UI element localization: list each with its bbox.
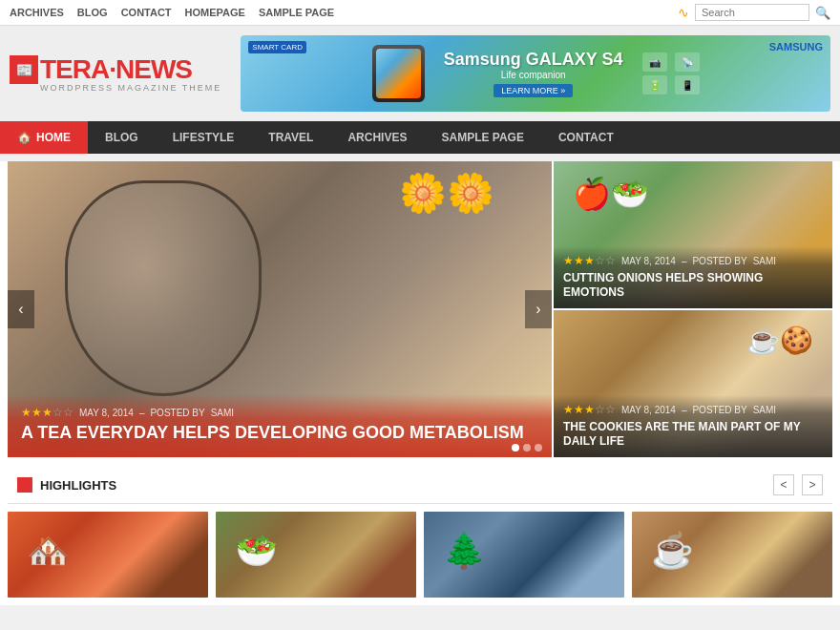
side-1-posted: POSTED BY [692, 256, 746, 266]
side-slide-1-date: MAY 8, 2014 [621, 256, 676, 266]
topnav-sample[interactable]: SAMPLE PAGE [259, 7, 334, 18]
feature-icon-4: 📱 [675, 75, 700, 94]
top-navigation: ARCHIVES BLOG CONTACT HOMEPAGE SAMPLE PA… [10, 7, 334, 18]
main-slide-stars: ★★★☆☆ [21, 406, 74, 419]
logo-brand-news: NEWS [116, 54, 192, 84]
main-slide-date: MAY 8, 2014 [79, 408, 134, 418]
side-slide-2-date: MAY 8, 2014 [621, 405, 676, 415]
dot-2[interactable] [523, 444, 531, 452]
side-2-dash: – [682, 405, 687, 415]
main-slide-author: SAMI [211, 408, 234, 418]
logo-area[interactable]: 📰 TERA·NEWS WORDPRESS MAGAZINE THEME [10, 54, 221, 93]
banner-content: Samsung GALAXY S4 Life companion LEARN M… [372, 45, 700, 102]
smart-card-label: SMART CARD [248, 41, 306, 53]
feature-row-2: 🔋 📱 [642, 75, 700, 94]
main-slide-meta: ★★★☆☆ MAY 8, 2014 – POSTED BY SAMI [21, 406, 538, 419]
feature-row-1: 📷 📡 [642, 52, 700, 72]
logo-brand-tera: TERA [40, 54, 109, 84]
side-slide-2-title: THE COOKIES ARE THE MAIN PART OF MY DAIL… [563, 420, 823, 448]
nav-lifestyle-label: LIFESTYLE [173, 131, 235, 144]
feature-icon-3: 🔋 [642, 75, 667, 94]
nav-contact[interactable]: CONTACT [541, 121, 631, 154]
logo-dot: · [109, 54, 116, 84]
nav-archives-label: ARCHIVES [347, 131, 407, 144]
side-slide-2-stars: ★★★☆☆ [563, 403, 616, 416]
main-slide-overlay: ★★★☆☆ MAY 8, 2014 – POSTED BY SAMI A TEA… [8, 394, 552, 457]
side-slide-2-meta: ★★★☆☆ MAY 8, 2014 – POSTED BY SAMI [563, 403, 823, 416]
highlights-icon [17, 477, 32, 493]
banner-features: 📷 📡 🔋 📱 [642, 52, 700, 94]
logo-text: 📰 TERA·NEWS [10, 54, 221, 85]
side-slide-1-meta: ★★★☆☆ MAY 8, 2014 – POSTED BY SAMI [563, 254, 823, 267]
main-slide[interactable]: ‹ › ★★★☆☆ MAY 8, 2014 – POSTED BY SAMI A… [8, 161, 552, 457]
nav-home[interactable]: 🏠 HOME [0, 121, 88, 154]
banner-text: Samsung GALAXY S4 Life companion LEARN M… [444, 50, 623, 97]
feature-icon-2: 📡 [675, 52, 700, 72]
side-2-author: SAMI [753, 405, 776, 415]
logo-brand: TERA·NEWS [40, 54, 192, 85]
thumbnail-3[interactable] [424, 512, 624, 598]
side-2-posted: POSTED BY [692, 405, 746, 415]
highlights-navigation: < > [773, 474, 823, 495]
search-icon[interactable]: 🔍 [815, 6, 830, 20]
dot-1[interactable] [512, 444, 519, 452]
main-slide-title: A TEA EVERYDAY HELPS DEVELOPING GOOD MET… [21, 423, 538, 444]
feature-icon-1: 📷 [642, 52, 667, 72]
phone-image [372, 45, 425, 102]
main-content: ‹ › ★★★☆☆ MAY 8, 2014 – POSTED BY SAMI A… [0, 161, 840, 605]
highlights-label: HIGHLIGHTS [17, 477, 116, 493]
banner-headline: Samsung GALAXY S4 [444, 50, 623, 70]
nav-archives[interactable]: ARCHIVES [330, 121, 424, 154]
nav-contact-label: CONTACT [558, 131, 614, 144]
dot-3[interactable] [535, 444, 542, 452]
advertisement-banner[interactable]: SMART CARD Samsung GALAXY S4 Life compan… [241, 35, 830, 112]
topnav-homepage[interactable]: HOMEPAGE [185, 7, 245, 18]
highlights-prev-button[interactable]: < [773, 474, 794, 495]
highlights-title: HIGHLIGHTS [40, 478, 116, 493]
slide-prev-button[interactable]: ‹ [8, 290, 34, 328]
main-slide-dash: – [139, 408, 145, 418]
side-1-dash: – [682, 256, 687, 266]
side-slide-1-overlay: ★★★☆☆ MAY 8, 2014 – POSTED BY SAMI CUTTI… [554, 246, 832, 308]
learn-more-button[interactable]: LEARN MORE » [494, 84, 573, 97]
main-navigation: 🏠 HOME BLOG LIFESTYLE TRAVEL ARCHIVES SA… [0, 121, 840, 154]
thumbnail-grid [0, 504, 840, 605]
nav-blog[interactable]: BLOG [88, 121, 156, 154]
topnav-archives[interactable]: ARCHIVES [10, 7, 64, 18]
side-slide-1[interactable]: ★★★☆☆ MAY 8, 2014 – POSTED BY SAMI CUTTI… [552, 161, 832, 310]
thumbnail-4[interactable] [632, 512, 832, 598]
nav-sample-page[interactable]: SAMPLE PAGE [424, 121, 540, 154]
highlights-bar: HIGHLIGHTS < > [8, 467, 832, 504]
nav-travel-label: TRAVEL [268, 131, 313, 144]
search-area: ∿ 🔍 [678, 4, 830, 21]
slide-dots [512, 444, 542, 452]
search-input[interactable] [695, 4, 809, 21]
home-icon: 🏠 [17, 131, 32, 144]
side-slide-2-overlay: ★★★☆☆ MAY 8, 2014 – POSTED BY SAMI THE C… [554, 395, 832, 457]
nav-travel[interactable]: TRAVEL [251, 121, 330, 154]
side-slide-2[interactable]: ★★★☆☆ MAY 8, 2014 – POSTED BY SAMI THE C… [552, 310, 832, 457]
logo-icon: 📰 [10, 55, 38, 84]
thumbnail-2[interactable] [216, 512, 416, 598]
thumbnail-1[interactable] [8, 512, 208, 598]
side-slides: ★★★☆☆ MAY 8, 2014 – POSTED BY SAMI CUTTI… [552, 161, 832, 457]
banner-tagline: Life companion [444, 70, 623, 80]
nav-sample-label: SAMPLE PAGE [441, 131, 523, 144]
logo-subtitle: WORDPRESS MAGAZINE THEME [40, 83, 221, 93]
highlights-next-button[interactable]: > [802, 474, 823, 495]
site-header: 📰 TERA·NEWS WORDPRESS MAGAZINE THEME SMA… [0, 26, 840, 121]
rss-icon[interactable]: ∿ [678, 5, 689, 20]
main-slide-posted: POSTED BY [150, 408, 204, 418]
nav-blog-label: BLOG [105, 131, 138, 144]
nav-home-label: HOME [36, 131, 71, 144]
top-bar: ARCHIVES BLOG CONTACT HOMEPAGE SAMPLE PA… [0, 0, 840, 26]
side-1-author: SAMI [753, 256, 776, 266]
hero-section: ‹ › ★★★☆☆ MAY 8, 2014 – POSTED BY SAMI A… [8, 161, 832, 457]
topnav-contact[interactable]: CONTACT [121, 7, 172, 18]
side-slide-1-stars: ★★★☆☆ [563, 254, 616, 267]
nav-lifestyle[interactable]: LIFESTYLE [156, 121, 252, 154]
side-slide-1-title: CUTTING ONIONS HELPS SHOWING EMOTIONS [563, 271, 823, 299]
samsung-logo: SAMSUNG [769, 41, 823, 52]
slide-next-button[interactable]: › [525, 290, 552, 328]
topnav-blog[interactable]: BLOG [77, 7, 108, 18]
